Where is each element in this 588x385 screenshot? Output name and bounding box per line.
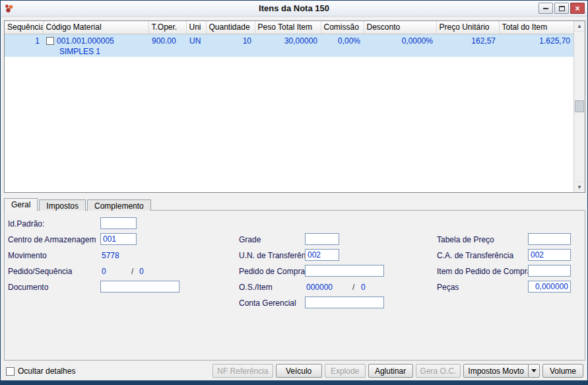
pedido-compra-input[interactable]: [305, 265, 384, 277]
close-button[interactable]: ×: [570, 3, 585, 14]
title-bar[interactable]: Itens da Nota 150 ×: [1, 1, 587, 17]
scrollbar-thumb[interactable]: [575, 100, 584, 112]
documento-label: Documento: [8, 283, 48, 292]
impostos-movto-dropdown-button[interactable]: [529, 364, 540, 378]
documento-input[interactable]: [100, 281, 180, 293]
id-padrao-label: Id.Padrão:: [8, 219, 44, 228]
veiculo-button[interactable]: Veículo: [276, 364, 322, 378]
pedido-compra-label: Pedido de Compra: [239, 267, 305, 276]
window-controls: ×: [539, 3, 585, 14]
col-header-codigo-material[interactable]: Código Material: [43, 21, 148, 34]
col-header-sequencia[interactable]: Sequência: [5, 21, 43, 34]
cell-uni: UN: [186, 34, 206, 57]
cell-desconto: 0,0000%: [364, 34, 436, 57]
gera-oc-button[interactable]: Gera O.C.: [416, 364, 461, 378]
un-transferencia-input[interactable]: [305, 249, 339, 261]
tab-geral[interactable]: Geral: [4, 198, 38, 211]
material-code: 001.001.000005: [57, 36, 114, 46]
item-pedido-compra-input[interactable]: [528, 265, 571, 277]
window-title: Itens da Nota 150: [1, 3, 587, 13]
item-pedido-compra-label: Item do Pedido de Compra: [437, 267, 531, 276]
minimize-button[interactable]: [539, 3, 553, 14]
scroll-up-icon[interactable]: ▲: [574, 21, 585, 32]
tabela-preco-input[interactable]: [528, 233, 571, 245]
col-header-quantidade[interactable]: Quantidade: [206, 21, 255, 34]
table-row[interactable]: 1 001.001.000005 SIMPLES 1 900.00 UN 10 …: [5, 34, 573, 57]
col-header-uni[interactable]: Uni: [186, 21, 206, 34]
cell-quantidade: 10: [206, 34, 255, 57]
os-item-value: 0: [361, 283, 366, 292]
col-header-desconto[interactable]: Desconto: [364, 21, 436, 34]
impostos-movto-split-button: Impostos Movto: [463, 364, 540, 378]
col-header-preco-unitario[interactable]: Preço Unitário: [436, 21, 499, 34]
dialog-itens-da-nota: Itens da Nota 150 × Sequência Código Mat…: [0, 0, 588, 385]
tabela-preco-label: Tabela de Preço: [437, 235, 494, 244]
impostos-movto-button[interactable]: Impostos Movto: [463, 364, 529, 378]
cell-sequencia: 1: [5, 34, 43, 57]
cell-t-oper: 900.00: [148, 34, 186, 57]
close-icon: ×: [575, 5, 579, 13]
cell-comissao: 0,00%: [321, 34, 364, 57]
material-description: SIMPLES 1: [59, 47, 145, 56]
id-padrao-input[interactable]: [100, 217, 137, 229]
aglutinar-button[interactable]: Aglutinar: [368, 364, 413, 378]
ca-transferencia-label: C.A. de Transferência: [437, 251, 513, 260]
vertical-scrollbar[interactable]: ▲ ▼: [573, 21, 585, 192]
explode-button[interactable]: Explode: [325, 364, 366, 378]
nf-referencia-button[interactable]: NF Referência: [212, 364, 273, 378]
footer-button-bar: NF Referência Veículo Explode Aglutinar …: [212, 364, 583, 378]
items-table: Sequência Código Material T.Oper. Uni Qu…: [5, 21, 574, 57]
items-grid-panel: Sequência Código Material T.Oper. Uni Qu…: [4, 20, 585, 193]
ocultar-detalhes-label: Ocultar detalhes: [18, 367, 75, 376]
volume-button[interactable]: Volume: [542, 364, 583, 378]
pedido-value: 0: [102, 267, 106, 276]
pecas-input[interactable]: [528, 281, 571, 293]
tab-complemento[interactable]: Complemento: [87, 199, 151, 211]
cell-preco-unitario: 162,57: [436, 34, 499, 57]
maximize-icon: [559, 6, 565, 11]
os-item-label: O.S./Item: [239, 283, 273, 292]
minimize-icon: [543, 8, 548, 9]
conta-gerencial-input[interactable]: [305, 297, 384, 308]
pedido-sequencia-separator: /: [131, 267, 133, 276]
pedido-sequencia-label: Pedido/Sequência: [8, 267, 72, 276]
os-item-separator: /: [352, 283, 354, 292]
cell-total-do-item: 1.625,70: [499, 34, 573, 57]
grid-header-row: Sequência Código Material T.Oper. Uni Qu…: [5, 21, 573, 34]
tab-content-geral: Id.Padrão: Centro de Armazenagem Movimen…: [4, 210, 585, 361]
col-header-peso-total-item[interactable]: Peso Total Item: [255, 21, 321, 34]
col-header-t-oper[interactable]: T.Oper.: [148, 21, 186, 34]
centro-armazenagem-input[interactable]: [100, 233, 137, 245]
cell-codigo-material: 001.001.000005 SIMPLES 1: [43, 34, 148, 57]
dropdown-arrow-icon: [531, 369, 537, 372]
grade-label: Grade: [239, 235, 261, 244]
maximize-button[interactable]: [554, 3, 569, 14]
movimento-label: Movimento: [8, 251, 47, 260]
col-header-total-do-item[interactable]: Total do Item: [499, 21, 573, 34]
sequencia-value: 0: [139, 267, 144, 276]
checkbox-box[interactable]: [6, 367, 15, 376]
centro-armazenagem-label: Centro de Armazenagem: [8, 235, 96, 244]
ocultar-detalhes-checkbox[interactable]: Ocultar detalhes: [6, 367, 75, 376]
tab-impostos[interactable]: Impostos: [39, 199, 86, 211]
ca-transferencia-input[interactable]: [528, 249, 571, 261]
row-checkbox[interactable]: [46, 37, 54, 45]
scroll-down-icon[interactable]: ▼: [574, 182, 585, 192]
app-icon: [4, 3, 14, 13]
pecas-label: Peças: [437, 283, 459, 292]
grade-input[interactable]: [305, 233, 339, 245]
col-header-comissao[interactable]: Comissão: [321, 21, 364, 34]
conta-gerencial-label: Conta Gerencial: [239, 298, 296, 308]
movimento-value: 5778: [102, 251, 119, 260]
os-value: 000000: [306, 283, 333, 292]
tab-bar: Geral Impostos Complemento: [4, 198, 152, 211]
cell-peso-total-item: 30,00000: [255, 34, 321, 57]
